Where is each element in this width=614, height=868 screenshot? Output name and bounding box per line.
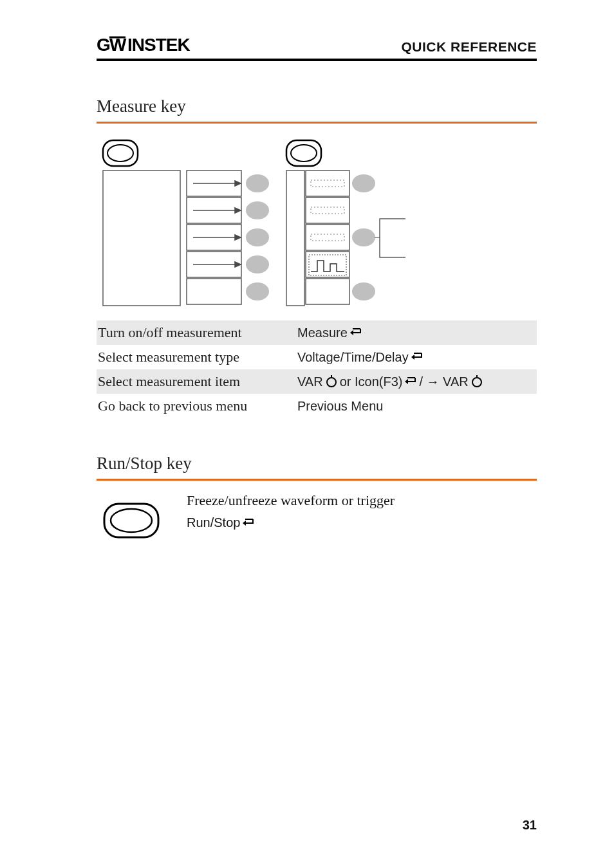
svg-rect-11: [187, 279, 241, 304]
table-row: Select measurement item VAR or Icon(F3) …: [97, 369, 537, 394]
table-row: Turn on/off measurement Measure: [97, 320, 537, 345]
svg-rect-34: [311, 207, 344, 214]
svg-rect-40: [380, 219, 405, 257]
svg-text:G: G: [97, 35, 110, 55]
svg-text:INSTEK: INSTEK: [127, 35, 190, 55]
row-action: Measure: [297, 326, 535, 340]
svg-marker-54: [243, 521, 246, 526]
svg-rect-36: [309, 255, 346, 275]
action-text: or Icon(F3): [340, 374, 403, 389]
svg-marker-44: [411, 355, 414, 360]
measure-key-diagram: [97, 135, 537, 315]
section-title-runstop: Run/Stop key: [97, 454, 537, 474]
row-action: Voltage/Time/Delay: [297, 350, 535, 365]
header-section-label: QUICK REFERENCE: [401, 39, 537, 55]
action-text: / → VAR: [419, 374, 468, 389]
table-row: Go back to previous menu Previous Menu: [97, 394, 537, 418]
svg-point-39: [352, 282, 375, 300]
runstop-text-block: Freeze/unfreeze waveform or trigger Run/…: [187, 492, 395, 530]
row-action: VAR or Icon(F3) / → VAR: [297, 374, 535, 389]
action-text: Measure: [297, 326, 348, 340]
svg-point-15: [246, 255, 269, 273]
svg-point-37: [352, 174, 375, 192]
row-label: Select measurement type: [98, 349, 297, 365]
enter-icon: [349, 327, 363, 338]
svg-point-50: [472, 378, 481, 387]
brand-logo: G W INSTEK: [97, 35, 212, 55]
divider: [97, 479, 537, 481]
knob-icon: [470, 375, 484, 388]
page-number: 31: [523, 818, 537, 833]
svg-marker-48: [405, 379, 408, 384]
svg-point-5: [107, 145, 133, 162]
action-text: VAR: [297, 374, 323, 389]
runstop-block: Freeze/unfreeze waveform or trigger Run/…: [97, 492, 537, 544]
svg-rect-32: [306, 279, 349, 304]
svg-point-46: [327, 378, 336, 387]
svg-rect-28: [306, 171, 349, 196]
svg-marker-42: [350, 330, 353, 335]
row-action: Previous Menu: [297, 399, 535, 414]
divider: [97, 122, 537, 124]
svg-marker-22: [235, 235, 241, 240]
table-row: Select measurement type Voltage/Time/Del…: [97, 345, 537, 369]
knob-icon: [324, 375, 339, 388]
action-text: Voltage/Time/Delay: [297, 350, 409, 365]
enter-icon: [410, 351, 424, 363]
row-label: Select measurement item: [98, 373, 297, 390]
svg-rect-6: [103, 171, 180, 306]
svg-rect-31: [306, 252, 349, 277]
svg-marker-18: [235, 181, 241, 186]
svg-point-13: [246, 201, 269, 219]
svg-rect-33: [311, 180, 344, 187]
runstop-key-diagram: [97, 492, 167, 544]
svg-rect-27: [286, 171, 304, 306]
svg-marker-20: [235, 208, 241, 213]
row-label: Turn on/off measurement: [98, 324, 297, 341]
runstop-key-label: Run/Stop: [187, 515, 395, 530]
action-text: Previous Menu: [297, 399, 383, 414]
svg-rect-35: [311, 234, 344, 241]
runstop-desc: Freeze/unfreeze waveform or trigger: [187, 492, 395, 509]
svg-point-26: [291, 145, 317, 162]
svg-point-53: [111, 509, 152, 532]
svg-rect-30: [306, 225, 349, 250]
enter-icon: [404, 376, 418, 387]
measure-table: Turn on/off measurement Measure Select m…: [97, 320, 537, 418]
svg-marker-24: [235, 262, 241, 267]
row-label: Go back to previous menu: [98, 398, 297, 414]
svg-point-16: [246, 282, 269, 300]
svg-point-14: [246, 228, 269, 246]
page-header: G W INSTEK QUICK REFERENCE: [97, 35, 537, 61]
page: G W INSTEK QUICK REFERENCE Measure key: [0, 0, 614, 868]
svg-rect-29: [306, 198, 349, 223]
key-text: Run/Stop: [187, 515, 240, 530]
svg-point-38: [352, 228, 375, 246]
section-title-measure: Measure key: [97, 97, 537, 116]
enter-icon: [241, 517, 256, 529]
svg-point-12: [246, 174, 269, 192]
